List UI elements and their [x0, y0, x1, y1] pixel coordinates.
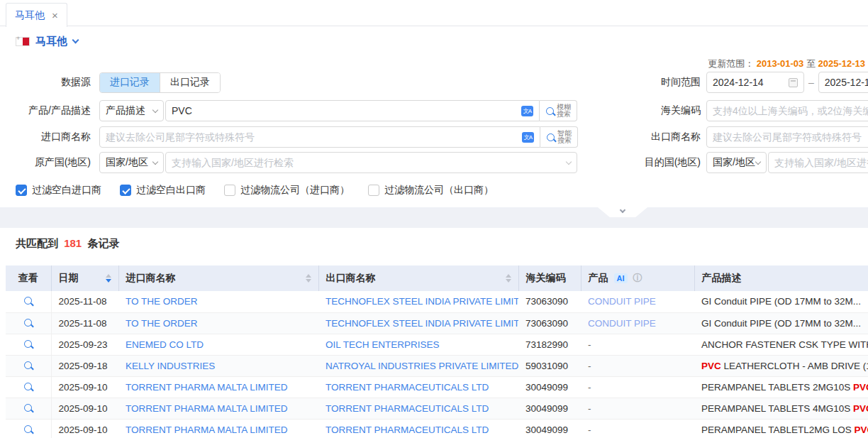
table-row[interactable]: 2025-09-10 TORRENT PHARMA MALTA LIMITED …	[6, 398, 868, 419]
checkbox-icon[interactable]	[120, 185, 131, 196]
table-row[interactable]: 2025-11-08 TO THE ORDER TECHNOFLEX STEEL…	[6, 312, 868, 334]
origin-label: 原产国(地区)	[0, 156, 91, 169]
date-to-field[interactable]	[825, 77, 868, 88]
calendar-icon	[789, 78, 798, 87]
product-type-select[interactable]: 产品描述	[99, 100, 164, 121]
translate-icon[interactable]: 文A	[522, 132, 534, 143]
destination-type-select[interactable]: 国家/地区	[706, 152, 767, 173]
desc-cell: GI Conduit PIPE (OD 17MM to 32M...	[694, 312, 868, 334]
date-from-input[interactable]	[706, 72, 804, 93]
sort-icons[interactable]	[506, 274, 511, 283]
fuzzy-search-button[interactable]: 模糊搜索	[540, 100, 577, 121]
origin-type-select[interactable]: 国家/地区	[99, 152, 164, 173]
view-record-icon[interactable]	[24, 340, 32, 348]
exporter-link[interactable]: TORRENT PHARMACEUTICALS LTD	[326, 382, 489, 393]
checkbox-icon[interactable]	[368, 185, 379, 196]
product-input[interactable]: 文A	[165, 100, 540, 121]
exporter-link[interactable]: OIL TECH ENTERPRISES	[326, 339, 440, 350]
col-importer[interactable]: 进口商名称	[118, 265, 318, 291]
smart-search-button[interactable]: 智能搜索	[540, 126, 578, 148]
importer-input[interactable]: 文A	[99, 126, 540, 148]
product-link[interactable]: CONDUIT PIPE	[588, 318, 656, 329]
import-records-toggle[interactable]: 进口记录	[100, 73, 160, 92]
view-record-icon[interactable]	[24, 361, 32, 369]
col-exporter[interactable]: 出口商名称	[318, 265, 518, 291]
view-record-icon[interactable]	[24, 404, 32, 412]
date-cell: 2025-11-08	[51, 312, 118, 334]
sort-icons[interactable]	[306, 274, 311, 283]
filter-panel: 更新范围： 2013-01-03 至 2025-12-13 数据源 进口记录 出…	[0, 56, 868, 207]
filter-logistics-importer-checkbox[interactable]: 过滤物流公司（进口商）	[224, 184, 350, 197]
export-records-toggle[interactable]: 出口记录	[160, 73, 220, 92]
view-record-icon[interactable]	[24, 425, 32, 433]
col-description: 产品描述	[694, 265, 868, 291]
checkbox-icon[interactable]	[16, 185, 27, 196]
product-field[interactable]	[172, 105, 521, 116]
hs-cell: 59031090	[518, 355, 581, 376]
update-range: 更新范围： 2013-01-03 至 2025-12-13	[708, 58, 865, 70]
table-row[interactable]: 2025-11-08 TO THE ORDER TECHNOFLEX STEEL…	[6, 291, 868, 312]
result-summary: 共匹配到 181 条记录	[6, 237, 868, 251]
view-record-icon[interactable]	[24, 297, 32, 305]
date-range-separator: –	[808, 77, 814, 88]
view-record-icon[interactable]	[24, 383, 32, 390]
destination-input[interactable]	[768, 152, 868, 173]
col-date[interactable]: 日期	[51, 265, 118, 291]
summary-suffix: 条记录	[87, 237, 119, 249]
panel-divider	[0, 207, 868, 228]
chevron-down-icon[interactable]	[72, 37, 79, 44]
importer-link[interactable]: TORRENT PHARMA MALTA LIMITED	[126, 382, 288, 393]
update-range-to: 2025-12-13	[818, 58, 866, 69]
hs-cell: 73182990	[518, 334, 581, 355]
desc-cell: PERAMPANEL TABLETL2MG LOS PVC...	[694, 419, 868, 438]
table-row[interactable]: 2025-09-10 TORRENT PHARMA MALTA LIMITED …	[6, 376, 868, 398]
importer-link[interactable]: TORRENT PHARMA MALTA LIMITED	[126, 403, 288, 414]
tab-bar: 马耳他 ×	[0, 0, 868, 26]
collapse-filters-button[interactable]	[598, 207, 647, 217]
chevron-down-icon	[620, 207, 625, 213]
exporter-field[interactable]	[713, 131, 868, 143]
importer-link[interactable]: KELLY INDUSTRIES	[126, 361, 215, 371]
hs-code-field[interactable]	[713, 105, 868, 116]
filter-blank-importer-checkbox[interactable]: 过滤空白进口商	[16, 184, 101, 197]
origin-input[interactable]	[165, 152, 577, 173]
hs-cell: 73063090	[518, 312, 581, 334]
exporter-link[interactable]: NATROYAL INDUSTRIES PRIVATE LIMITED	[326, 361, 518, 371]
date-cell: 2025-09-10	[51, 376, 118, 398]
table-row[interactable]: 2025-09-23 ENEMED CO LTD OIL TECH ENTERP…	[6, 334, 868, 355]
close-icon[interactable]: ×	[52, 9, 58, 21]
desc-cell: PERAMPANEL TABLETS 2MG10S PVC...	[694, 376, 868, 398]
results-panel: 共匹配到 181 条记录 查看 日期 进口商名称 出口商名称 海关编码 产品AI…	[0, 228, 868, 417]
destination-field[interactable]	[774, 157, 868, 168]
table-row[interactable]: 2025-09-10 TORRENT PHARMA MALTA LIMITED …	[6, 419, 868, 438]
table-row[interactable]: 2025-09-18 KELLY INDUSTRIES NATROYAL IND…	[6, 355, 868, 376]
date-from-field[interactable]	[713, 77, 789, 88]
tab-malta[interactable]: 马耳他 ×	[6, 3, 67, 27]
exporter-link[interactable]: TORRENT PHARMACEUTICALS LTD	[326, 425, 489, 435]
hs-code-input[interactable]	[706, 100, 868, 121]
exporter-link[interactable]: TECHNOFLEX STEEL INDIA PRIVATE LIMITED	[326, 296, 518, 307]
translate-icon[interactable]: 文A	[521, 106, 533, 116]
sort-icons[interactable]	[106, 274, 111, 283]
ai-badge: AI	[614, 273, 628, 283]
data-source-label: 数据源	[0, 76, 91, 89]
update-range-from: 2013-01-03	[757, 58, 804, 69]
importer-field[interactable]	[106, 131, 522, 143]
date-to-input[interactable]	[818, 72, 868, 93]
summary-prefix: 共匹配到	[16, 237, 58, 249]
importer-link[interactable]: TO THE ORDER	[126, 296, 198, 307]
checkbox-icon[interactable]	[224, 185, 235, 196]
exporter-link[interactable]: TORRENT PHARMACEUTICALS LTD	[326, 403, 489, 414]
filter-logistics-exporter-checkbox[interactable]: 过滤物流公司（出口商）	[368, 184, 494, 197]
importer-link[interactable]: ENEMED CO LTD	[126, 339, 204, 350]
importer-link[interactable]: TO THE ORDER	[126, 318, 198, 329]
product-link[interactable]: CONDUIT PIPE	[588, 296, 656, 307]
hs-cell: 30049099	[518, 398, 581, 419]
importer-link[interactable]: TORRENT PHARMA MALTA LIMITED	[126, 425, 288, 435]
exporter-input[interactable]	[706, 126, 868, 148]
info-icon[interactable]: ⓘ	[633, 272, 642, 285]
exporter-link[interactable]: TECHNOFLEX STEEL INDIA PRIVATE LIMITED	[326, 318, 518, 329]
origin-field[interactable]	[172, 157, 567, 168]
view-record-icon[interactable]	[24, 319, 32, 327]
filter-blank-exporter-checkbox[interactable]: 过滤空白出口商	[120, 184, 206, 197]
